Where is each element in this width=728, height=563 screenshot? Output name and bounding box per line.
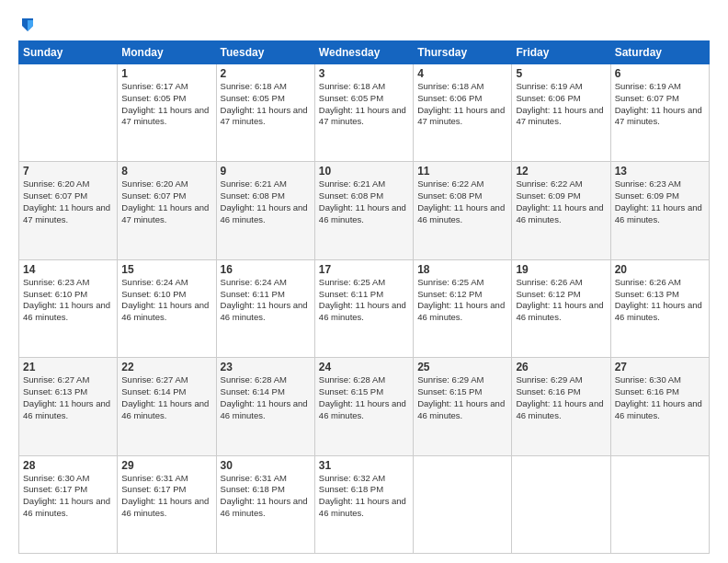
day-info: Sunrise: 6:22 AMSunset: 6:08 PMDaylight:… [417, 178, 507, 225]
calendar-day-cell: 27Sunrise: 6:30 AMSunset: 6:16 PMDayligh… [610, 358, 709, 455]
day-info: Sunrise: 6:29 AMSunset: 6:16 PMDaylight:… [516, 374, 606, 421]
day-number: 9 [221, 165, 311, 178]
calendar-day-header: Sunday [19, 41, 118, 64]
day-info: Sunrise: 6:20 AMSunset: 6:07 PMDaylight:… [121, 178, 211, 225]
calendar-day-cell: 7Sunrise: 6:20 AMSunset: 6:07 PMDaylight… [19, 162, 118, 259]
calendar-week-row: 1Sunrise: 6:17 AMSunset: 6:05 PMDaylight… [19, 64, 710, 162]
day-info: Sunrise: 6:24 AMSunset: 6:11 PMDaylight:… [221, 277, 311, 324]
day-number: 29 [121, 459, 211, 472]
calendar-day-cell: 17Sunrise: 6:25 AMSunset: 6:11 PMDayligh… [314, 259, 413, 357]
day-number: 19 [516, 263, 606, 276]
day-number: 11 [417, 165, 507, 178]
day-number: 4 [417, 67, 507, 80]
calendar-day-cell: 8Sunrise: 6:20 AMSunset: 6:07 PMDaylight… [118, 162, 216, 259]
calendar-day-header: Friday [512, 41, 610, 64]
calendar-day-cell [414, 455, 512, 553]
day-info: Sunrise: 6:26 AMSunset: 6:13 PMDaylight:… [615, 277, 705, 324]
calendar-day-cell: 5Sunrise: 6:19 AMSunset: 6:06 PMDaylight… [512, 64, 610, 162]
calendar-day-cell: 29Sunrise: 6:31 AMSunset: 6:17 PMDayligh… [118, 455, 216, 553]
day-info: Sunrise: 6:26 AMSunset: 6:12 PMDaylight:… [516, 277, 606, 324]
day-info: Sunrise: 6:18 AMSunset: 6:06 PMDaylight:… [417, 81, 507, 128]
calendar-week-row: 28Sunrise: 6:30 AMSunset: 6:17 PMDayligh… [19, 455, 710, 553]
calendar-day-cell: 14Sunrise: 6:23 AMSunset: 6:10 PMDayligh… [19, 259, 118, 357]
day-number: 5 [516, 67, 606, 80]
day-info: Sunrise: 6:19 AMSunset: 6:07 PMDaylight:… [615, 81, 705, 128]
day-info: Sunrise: 6:24 AMSunset: 6:10 PMDaylight:… [121, 277, 211, 324]
calendar-day-cell [19, 64, 118, 162]
day-info: Sunrise: 6:29 AMSunset: 6:15 PMDaylight:… [417, 374, 507, 421]
calendar-day-cell: 21Sunrise: 6:27 AMSunset: 6:13 PMDayligh… [19, 358, 118, 455]
calendar-day-header: Tuesday [216, 41, 314, 64]
calendar-day-cell: 28Sunrise: 6:30 AMSunset: 6:17 PMDayligh… [19, 455, 118, 553]
day-number: 22 [121, 361, 211, 373]
day-number: 30 [221, 459, 311, 472]
day-info: Sunrise: 6:30 AMSunset: 6:16 PMDaylight:… [615, 374, 705, 421]
calendar-day-cell: 19Sunrise: 6:26 AMSunset: 6:12 PMDayligh… [512, 259, 610, 357]
day-number: 18 [417, 263, 507, 276]
day-info: Sunrise: 6:20 AMSunset: 6:07 PMDaylight:… [23, 178, 113, 225]
day-info: Sunrise: 6:23 AMSunset: 6:09 PMDaylight:… [615, 178, 705, 225]
day-info: Sunrise: 6:28 AMSunset: 6:14 PMDaylight:… [221, 374, 311, 421]
calendar-day-cell: 13Sunrise: 6:23 AMSunset: 6:09 PMDayligh… [610, 162, 709, 259]
svg-marker-1 [28, 20, 33, 31]
day-info: Sunrise: 6:21 AMSunset: 6:08 PMDaylight:… [319, 178, 409, 225]
day-info: Sunrise: 6:27 AMSunset: 6:13 PMDaylight:… [23, 374, 113, 421]
calendar-day-cell: 3Sunrise: 6:18 AMSunset: 6:05 PMDaylight… [314, 64, 413, 162]
calendar-day-cell: 16Sunrise: 6:24 AMSunset: 6:11 PMDayligh… [216, 259, 314, 357]
calendar-day-cell: 11Sunrise: 6:22 AMSunset: 6:08 PMDayligh… [414, 162, 512, 259]
day-info: Sunrise: 6:31 AMSunset: 6:17 PMDaylight:… [121, 473, 211, 520]
calendar-day-header: Saturday [610, 41, 709, 64]
calendar-day-cell: 26Sunrise: 6:29 AMSunset: 6:16 PMDayligh… [512, 358, 610, 455]
day-number: 7 [23, 165, 113, 178]
day-number: 31 [319, 459, 409, 472]
day-number: 2 [221, 67, 311, 80]
header [18, 17, 710, 33]
calendar-day-header: Monday [118, 41, 216, 64]
day-info: Sunrise: 6:25 AMSunset: 6:11 PMDaylight:… [319, 277, 409, 324]
calendar-day-header: Wednesday [314, 41, 413, 64]
calendar-day-cell: 25Sunrise: 6:29 AMSunset: 6:15 PMDayligh… [414, 358, 512, 455]
day-info: Sunrise: 6:28 AMSunset: 6:15 PMDaylight:… [319, 374, 409, 421]
day-number: 16 [221, 263, 311, 276]
calendar-week-row: 14Sunrise: 6:23 AMSunset: 6:10 PMDayligh… [19, 259, 710, 357]
logo-icon [20, 17, 35, 33]
day-number: 10 [319, 165, 409, 178]
day-number: 15 [121, 263, 211, 276]
day-number: 3 [319, 67, 409, 80]
day-info: Sunrise: 6:31 AMSunset: 6:18 PMDaylight:… [221, 473, 311, 520]
day-number: 23 [221, 361, 311, 373]
calendar-day-cell: 1Sunrise: 6:17 AMSunset: 6:05 PMDaylight… [118, 64, 216, 162]
day-number: 13 [615, 165, 705, 178]
day-info: Sunrise: 6:27 AMSunset: 6:14 PMDaylight:… [121, 374, 211, 421]
calendar-day-cell: 10Sunrise: 6:21 AMSunset: 6:08 PMDayligh… [314, 162, 413, 259]
calendar-day-cell: 9Sunrise: 6:21 AMSunset: 6:08 PMDaylight… [216, 162, 314, 259]
logo [18, 17, 35, 33]
calendar-week-row: 7Sunrise: 6:20 AMSunset: 6:07 PMDaylight… [19, 162, 710, 259]
day-number: 8 [121, 165, 211, 178]
calendar-day-header: Thursday [414, 41, 512, 64]
day-info: Sunrise: 6:32 AMSunset: 6:18 PMDaylight:… [319, 473, 409, 520]
day-number: 24 [319, 361, 409, 373]
calendar-header-row: SundayMondayTuesdayWednesdayThursdayFrid… [19, 41, 710, 64]
calendar-day-cell: 22Sunrise: 6:27 AMSunset: 6:14 PMDayligh… [118, 358, 216, 455]
day-info: Sunrise: 6:22 AMSunset: 6:09 PMDaylight:… [516, 178, 606, 225]
calendar-day-cell [512, 455, 610, 553]
calendar-day-cell: 6Sunrise: 6:19 AMSunset: 6:07 PMDaylight… [610, 64, 709, 162]
day-info: Sunrise: 6:21 AMSunset: 6:08 PMDaylight:… [221, 178, 311, 225]
calendar-day-cell: 30Sunrise: 6:31 AMSunset: 6:18 PMDayligh… [216, 455, 314, 553]
day-number: 21 [23, 361, 113, 373]
calendar-day-cell: 18Sunrise: 6:25 AMSunset: 6:12 PMDayligh… [414, 259, 512, 357]
day-number: 6 [615, 67, 705, 80]
calendar-day-cell: 31Sunrise: 6:32 AMSunset: 6:18 PMDayligh… [314, 455, 413, 553]
day-number: 12 [516, 165, 606, 178]
day-number: 1 [121, 67, 211, 80]
day-number: 27 [615, 361, 705, 373]
day-info: Sunrise: 6:30 AMSunset: 6:17 PMDaylight:… [23, 473, 113, 520]
day-info: Sunrise: 6:25 AMSunset: 6:12 PMDaylight:… [417, 277, 507, 324]
day-number: 20 [615, 263, 705, 276]
day-number: 26 [516, 361, 606, 373]
calendar-day-cell: 2Sunrise: 6:18 AMSunset: 6:05 PMDaylight… [216, 64, 314, 162]
calendar-table: SundayMondayTuesdayWednesdayThursdayFrid… [18, 40, 710, 554]
calendar-day-cell: 15Sunrise: 6:24 AMSunset: 6:10 PMDayligh… [118, 259, 216, 357]
calendar-day-cell: 20Sunrise: 6:26 AMSunset: 6:13 PMDayligh… [610, 259, 709, 357]
